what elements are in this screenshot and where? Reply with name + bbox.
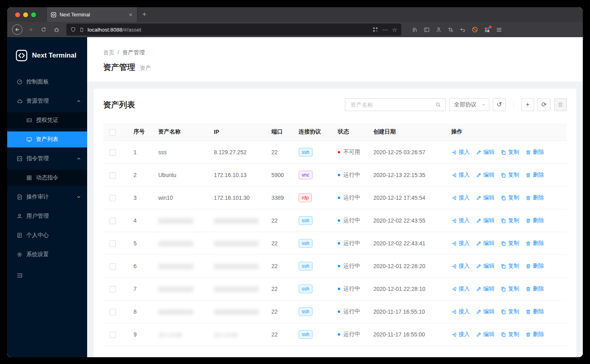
reset-search-button[interactable]: ↺ [493,98,506,111]
sidebar-item-asset-list[interactable]: 资产列表 [7,131,87,147]
refresh-table-button[interactable]: ⟳ [538,98,550,111]
edit-action[interactable]: 编辑 [476,285,494,292]
delete-action[interactable]: 删除 [526,171,544,179]
url-bar[interactable]: localhost:8088/#/asset ⋯ ☆ [66,24,401,36]
row-checkbox[interactable] [110,286,116,292]
row-checkbox[interactable] [110,218,116,224]
breadcrumb-home[interactable]: 首页 [103,49,114,56]
asset-created-cell: 2020-12-01 22:28:20 [367,255,445,278]
select-all-checkbox[interactable] [110,129,116,135]
sidebar-item-dashboard[interactable]: 控制面板 [7,74,87,90]
sidebar-item-audit[interactable]: 操作审计 [7,189,87,205]
batch-delete-button[interactable] [554,98,567,111]
column-header-port: 端口 [265,123,292,141]
connect-action[interactable]: 接入 [451,308,470,315]
edit-action[interactable]: 编辑 [476,194,494,201]
row-checkbox[interactable] [110,332,116,338]
account-icon[interactable] [436,27,442,33]
copy-action[interactable]: 复制 [501,263,519,270]
sidebar-item-profile[interactable]: 个人中心 [7,227,87,243]
copy-action[interactable]: 复制 [501,171,519,179]
close-tab-icon[interactable]: × [128,12,133,18]
actions-cell: 接入 编辑 复制 删除 [445,232,567,255]
copy-action[interactable]: 复制 [501,285,519,292]
blocker-extension-icon[interactable] [472,26,478,33]
forward-button[interactable] [25,24,37,36]
connect-action[interactable]: 接入 [451,263,470,270]
delete-action[interactable]: 删除 [526,149,544,156]
delete-action[interactable]: 删除 [526,240,544,247]
edit-pencil-icon [476,150,481,155]
delete-action[interactable]: 删除 [526,217,544,224]
sidebar-item-credentials[interactable]: 授权凭证 [7,112,87,128]
screenshot-icon[interactable] [448,27,454,33]
edit-action[interactable]: 编辑 [476,240,494,247]
edit-action[interactable]: 编辑 [476,263,494,270]
site-info-icon[interactable] [79,27,84,32]
row-checkbox[interactable] [110,263,116,270]
minimize-window-button[interactable] [23,12,28,17]
sidebar-item-users[interactable]: 用户管理 [7,208,87,224]
row-checkbox[interactable] [110,241,116,247]
status-dot [338,151,340,153]
asset-created-cell: 2020-11-17 16:55:00 [367,323,445,346]
sidebar-collapse-button[interactable] [7,267,87,283]
delete-action[interactable]: 删除 [526,263,544,270]
sidebar-item-label: 授权凭证 [36,117,58,124]
hamburger-menu-icon[interactable] [496,27,502,33]
copy-action[interactable]: 复制 [501,308,519,315]
qr-scan-icon[interactable] [373,27,378,32]
sidebar-item-settings[interactable]: 系统设置 [7,247,87,263]
library-icon[interactable] [412,27,418,33]
connect-action[interactable]: 接入 [451,171,470,179]
asset-search-input[interactable] [350,101,433,108]
home-button[interactable] [50,24,62,36]
sidebar-item-dynamic-commands[interactable]: 动态指令 [7,170,87,186]
connect-action[interactable]: 接入 [451,285,470,292]
connect-icon [451,150,456,155]
protocol-select-value: 全部协议 [454,101,476,108]
zoom-window-button[interactable] [31,12,36,17]
app-logo[interactable]: Next Terminal [7,37,87,72]
connect-action[interactable]: 接入 [451,149,470,156]
sidebars-icon[interactable] [424,27,430,33]
connect-action[interactable]: 接入 [451,194,470,201]
copy-action[interactable]: 复制 [501,331,519,338]
sidebar-item-resources[interactable]: 资源管理 [7,93,87,109]
reload-icon [41,27,46,32]
delete-action[interactable]: 删除 [526,194,544,201]
copy-action[interactable]: 复制 [501,194,519,201]
protocol-select[interactable]: 全部协议 [449,98,489,111]
edit-action[interactable]: 编辑 [476,217,494,224]
connect-action[interactable]: 接入 [451,217,470,224]
delete-action[interactable]: 删除 [526,285,544,292]
extension-icon[interactable] [484,27,490,33]
browser-tab[interactable]: Next Terminal × [46,7,138,22]
copy-action[interactable]: 复制 [501,149,519,156]
connect-action[interactable]: 接入 [451,331,470,338]
connect-action[interactable]: 接入 [451,240,470,247]
row-checkbox[interactable] [110,149,116,156]
back-button[interactable] [12,24,22,35]
row-checkbox[interactable] [110,172,116,179]
new-tab-button[interactable]: + [138,7,151,22]
row-checkbox[interactable] [110,195,116,201]
copy-action[interactable]: 复制 [501,240,519,247]
edit-action[interactable]: 编辑 [476,171,494,179]
close-window-button[interactable] [15,12,20,17]
sidebar-item-commands[interactable]: 指令管理 [7,151,87,167]
copy-action[interactable]: 复制 [501,217,519,224]
edit-action[interactable]: 编辑 [476,331,494,338]
add-asset-button[interactable]: + [521,98,534,111]
bookmark-star-icon[interactable]: ☆ [392,27,397,33]
undo-icon[interactable] [460,27,466,33]
delete-action[interactable]: 删除 [526,331,544,338]
reload-button[interactable] [38,24,50,36]
url-text[interactable]: localhost:8088/#/asset [88,27,369,33]
page-actions-icon[interactable]: ⋯ [382,27,388,33]
edit-action[interactable]: 编辑 [476,308,494,315]
row-checkbox[interactable] [110,309,116,315]
search-icon[interactable] [435,102,441,107]
delete-action[interactable]: 删除 [526,308,544,315]
edit-action[interactable]: 编辑 [476,149,494,156]
